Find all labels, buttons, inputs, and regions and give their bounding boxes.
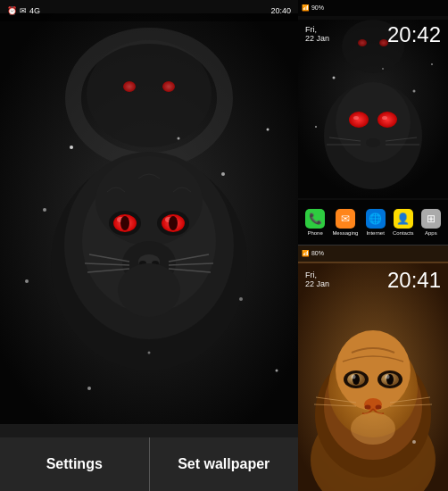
top-date-day: 22 Jan — [305, 34, 329, 43]
svg-point-2 — [123, 81, 136, 92]
dock-apps-label: Apps — [425, 230, 437, 236]
svg-point-71 — [386, 375, 390, 379]
bottom-preview-time: 20:41 — [387, 268, 441, 293]
status-bar-main: ⏰ ✉ 4G 20:40 — [0, 0, 298, 21]
svg-point-80 — [412, 440, 416, 444]
svg-point-37 — [87, 387, 91, 390]
top-preview-status-icons: 📶 90% — [302, 4, 324, 12]
dock-contacts-label: Contacts — [393, 230, 414, 236]
dock-msg-label: Messaging — [332, 230, 358, 236]
dock-messaging: ✉ Messaging — [332, 209, 358, 236]
svg-point-53 — [333, 77, 336, 79]
svg-point-21 — [118, 263, 180, 317]
svg-point-15 — [120, 216, 129, 230]
svg-point-73 — [365, 405, 371, 410]
svg-point-74 — [376, 405, 382, 410]
svg-point-34 — [25, 279, 29, 283]
svg-point-55 — [315, 126, 317, 128]
top-preview-date: Fri, 22 Jan — [305, 25, 329, 43]
status-icons-left: ⏰ ✉ 4G — [7, 6, 40, 15]
svg-point-45 — [377, 112, 397, 128]
bottom-preview-status-icons: 📶 80% — [302, 250, 324, 257]
dock-contacts: 👤 Contacts — [393, 209, 414, 236]
svg-point-44 — [349, 112, 369, 128]
svg-point-33 — [239, 297, 243, 301]
preview-bottom: 📶 80% Fri, 22 Jan 20:41 — [298, 246, 448, 491]
svg-point-79 — [351, 412, 395, 445]
svg-point-36 — [148, 352, 151, 354]
svg-point-56 — [431, 63, 433, 65]
svg-point-30 — [267, 129, 270, 131]
dock-phone: 📞 Phone — [305, 209, 325, 236]
svg-point-40 — [358, 39, 367, 46]
svg-point-8 — [95, 156, 203, 246]
svg-point-70 — [352, 375, 356, 379]
bottom-buttons: Settings Set wallpaper — [0, 437, 298, 491]
main-preview: ⏰ ✉ 4G 20:40 — [0, 0, 298, 491]
web-dock-icon: 🌐 — [366, 209, 386, 229]
top-preview-time: 20:42 — [387, 22, 441, 47]
preview-top: 📶 90% Fri, 22 Jan 20:42 — [298, 0, 448, 246]
bottom-date-day: 22 Jan — [305, 279, 329, 288]
svg-point-43 — [336, 82, 411, 162]
status-bar-top-preview: 📶 90% — [298, 0, 448, 16]
svg-point-28 — [70, 146, 73, 149]
svg-point-29 — [221, 172, 225, 176]
notification-icon: ✉ — [20, 6, 27, 15]
dock-apps: ⊞ Apps — [421, 209, 441, 236]
svg-point-35 — [276, 370, 278, 372]
set-wallpaper-button[interactable]: Set wallpaper — [150, 437, 299, 491]
svg-point-48 — [366, 138, 380, 147]
main-lion-artwork — [0, 0, 298, 437]
status-bar-bottom-preview: 📶 80% — [298, 246, 448, 262]
bottom-preview-date: Fri, 22 Jan — [305, 270, 329, 288]
alarm-icon: ⏰ — [7, 6, 17, 15]
svg-point-32 — [178, 137, 180, 140]
bottom-date-fri: Fri, — [305, 270, 329, 279]
svg-point-31 — [43, 208, 46, 212]
main-time: 20:40 — [270, 6, 291, 15]
network-icon: 4G — [29, 6, 40, 15]
svg-point-54 — [413, 90, 416, 93]
dock-web-label: Internet — [366, 230, 384, 236]
dock-phone-label: Phone — [307, 230, 322, 236]
right-panel: 📶 90% Fri, 22 Jan 20:42 — [298, 0, 448, 491]
msg-dock-icon: ✉ — [336, 209, 355, 229]
settings-button[interactable]: Settings — [0, 437, 150, 491]
bottom-preview-lion — [298, 263, 448, 491]
svg-point-3 — [162, 81, 175, 92]
svg-point-47 — [382, 116, 387, 120]
phone-dock-top: 📞 Phone ✉ Messaging 🌐 Internet 👤 Contact… — [298, 200, 448, 245]
phone-dock-icon: 📞 — [305, 209, 325, 229]
dock-internet: 🌐 Internet — [366, 209, 386, 236]
status-icons-right: 20:40 — [270, 6, 291, 15]
svg-point-16 — [169, 216, 178, 230]
contacts-dock-icon: 👤 — [394, 209, 413, 229]
top-date-fri: Fri, — [305, 25, 329, 34]
apps-dock-icon: ⊞ — [421, 209, 441, 229]
svg-point-46 — [353, 116, 359, 120]
svg-point-57 — [382, 68, 384, 70]
